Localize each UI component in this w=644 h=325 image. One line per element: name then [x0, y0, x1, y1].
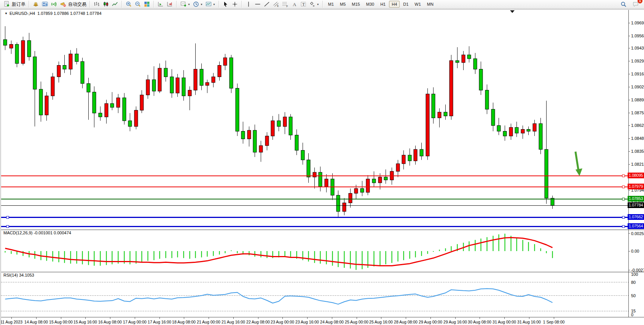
line-handle[interactable] — [622, 186, 625, 188]
svg-text:F: F — [286, 5, 288, 8]
market-watch-button[interactable] — [40, 0, 49, 8]
timeframe-m15-button[interactable]: M15 — [349, 1, 362, 8]
toolbar-separator — [241, 1, 242, 8]
toolbar-group: ▼▼▼ — [178, 0, 217, 8]
svg-text:1.09025: 1.09025 — [631, 85, 644, 89]
vertical-line-button[interactable] — [244, 0, 253, 8]
timeframe-m5-button[interactable]: M5 — [337, 1, 348, 8]
trendline-button[interactable] — [262, 0, 271, 8]
down-arrow-icon[interactable] — [575, 152, 579, 171]
timeframe-m1-button[interactable]: M1 — [325, 1, 336, 8]
autoscroll-icon — [166, 1, 173, 8]
line-chart-button[interactable] — [110, 0, 120, 8]
svg-text:23 Aug 00:00: 23 Aug 00:00 — [271, 320, 294, 324]
svg-text:16 Aug 08:00: 16 Aug 08:00 — [98, 320, 122, 324]
svg-text:1.09295: 1.09295 — [631, 59, 644, 63]
chevron-down-icon: ▼ — [188, 3, 190, 6]
vline-icon — [245, 1, 252, 8]
zoom-in-button[interactable] — [124, 0, 133, 8]
auto-scroll-button[interactable] — [165, 0, 174, 8]
line-handle[interactable] — [6, 226, 9, 228]
hline-price-badge: 1.07564 — [628, 223, 644, 229]
zoom-out-button[interactable] — [133, 0, 142, 8]
svg-text:17 Aug 16:00: 17 Aug 16:00 — [148, 320, 171, 324]
crosshair-button[interactable] — [230, 0, 239, 8]
candlestick-chart-button[interactable] — [101, 0, 110, 8]
shapes-icon — [309, 1, 316, 8]
svg-text:30 Aug 08:00: 30 Aug 08:00 — [468, 320, 491, 324]
svg-text:1.08485: 1.08485 — [631, 136, 644, 141]
svg-text:0: 0 — [631, 312, 633, 317]
timeframe-w1-button[interactable]: W1 — [412, 1, 424, 8]
cursor-button[interactable] — [221, 0, 230, 8]
svg-text:1.09430: 1.09430 — [631, 46, 644, 50]
rsi-line — [5, 289, 553, 304]
toolbar-right: 1 — [619, 0, 644, 8]
search-button[interactable] — [619, 0, 628, 8]
svg-text:1.08350: 1.08350 — [631, 149, 644, 154]
svg-text:25 Aug 00:00: 25 Aug 00:00 — [345, 320, 368, 324]
chart-shift-button[interactable] — [156, 0, 165, 8]
current-bar-marker-icon[interactable] — [510, 10, 515, 13]
notification-badge: 1 — [638, 0, 642, 3]
bar-chart-button[interactable] — [92, 0, 101, 8]
line-handle[interactable] — [6, 216, 9, 219]
new-order-icon — [3, 1, 10, 8]
timeframe-h4-button[interactable]: H4 — [389, 1, 400, 8]
svg-text:80: 80 — [631, 280, 636, 285]
timeframe-h1-button[interactable]: H1 — [378, 1, 388, 8]
line-handle[interactable] — [622, 175, 625, 177]
auto-trading-button[interactable]: 自动交易 — [59, 0, 88, 8]
channel-button[interactable]: E — [271, 0, 281, 8]
chat-button[interactable]: 1 — [631, 0, 640, 8]
timeframe-mn-button[interactable]: MN — [424, 1, 436, 8]
toolbar-separator — [89, 1, 90, 8]
toolbar-group — [220, 0, 240, 8]
timeframe-m30-button[interactable]: M30 — [363, 1, 377, 8]
line-handle[interactable] — [622, 216, 625, 219]
svg-text:1.09560: 1.09560 — [631, 34, 644, 38]
toolbar-separator — [322, 1, 323, 8]
svg-text:50: 50 — [631, 293, 636, 298]
hline-price-badge: 1.07662 — [628, 214, 644, 220]
svg-text:100: 100 — [631, 272, 638, 277]
tile-windows-button[interactable] — [142, 0, 151, 8]
chevron-down-icon: ▼ — [317, 3, 319, 6]
new-chart-icon — [180, 1, 187, 8]
fibo-icon: F — [282, 1, 289, 8]
templates-button[interactable]: ▼ — [204, 0, 217, 8]
line-handle[interactable] — [622, 226, 625, 228]
line-handle[interactable] — [622, 198, 625, 200]
svg-text:24 Aug 08:00: 24 Aug 08:00 — [320, 320, 344, 324]
down-arrow-head-icon[interactable] — [575, 168, 582, 176]
toolbar-group — [123, 0, 152, 8]
clock-icon — [193, 1, 199, 8]
new-order-button[interactable]: 新订单 — [2, 0, 27, 8]
chart-canvas[interactable]: 1.096951.095601.094301.092951.091601.090… — [0, 9, 644, 325]
new-order-button-label: 新订单 — [12, 1, 26, 8]
profile-icon — [41, 1, 48, 8]
fibonacci-button[interactable]: F — [281, 0, 290, 8]
zoom-in-icon — [125, 1, 132, 8]
toolbar-separator — [121, 1, 122, 8]
toolbar-group: EFAT▼ — [243, 0, 321, 8]
search-icon — [620, 1, 627, 8]
text-button[interactable]: A — [290, 0, 299, 8]
styles-button[interactable] — [31, 0, 40, 8]
svg-text:21 Aug 16:00: 21 Aug 16:00 — [222, 320, 245, 324]
rsi-pane: 1008050150 — [1, 272, 638, 317]
svg-text:25 Aug 16:00: 25 Aug 16:00 — [369, 320, 393, 324]
svg-text:1.08890: 1.08890 — [631, 98, 644, 102]
shift-icon — [157, 1, 164, 8]
timeframe-d1-button[interactable]: D1 — [400, 1, 411, 8]
new-chart-button[interactable]: ▼ — [179, 0, 191, 8]
shapes-button[interactable]: ▼ — [308, 0, 320, 8]
svg-text:29 Aug 00:00: 29 Aug 00:00 — [419, 320, 442, 324]
horizontal-line-button[interactable] — [253, 0, 262, 8]
current-price-badge: 1.07784 — [628, 202, 644, 208]
periods-button[interactable]: ▼ — [191, 0, 204, 8]
chart-menu-triangle-icon[interactable]: ▼ — [5, 12, 8, 15]
label-button[interactable]: T — [299, 0, 308, 8]
signals-button[interactable] — [49, 0, 59, 8]
chevron-down-icon: ▼ — [213, 3, 215, 6]
